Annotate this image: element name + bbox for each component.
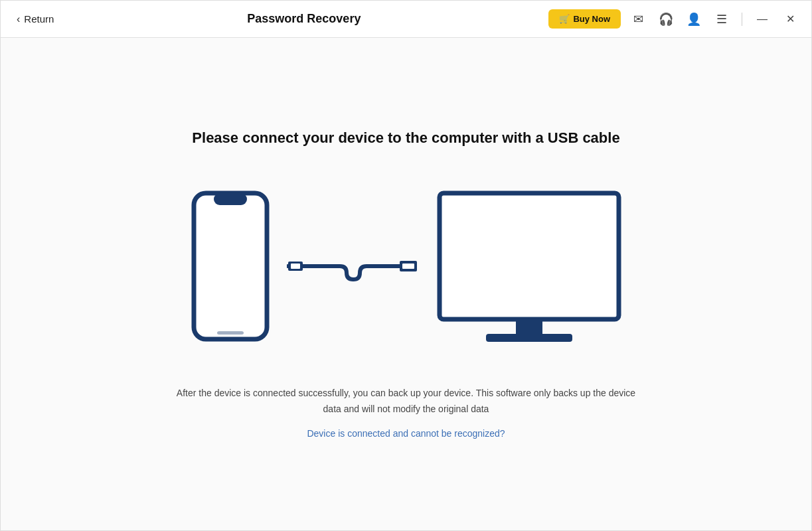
return-label: Return: [24, 13, 54, 25]
monitor-illustration: [433, 187, 625, 346]
svg-rect-4: [291, 264, 300, 269]
menu-icon-button[interactable]: ☰: [711, 9, 732, 30]
mail-icon: ✉: [633, 12, 643, 27]
cart-icon: 🛒: [559, 14, 570, 24]
svg-rect-1: [214, 193, 247, 205]
title-right-controls: 🛒 Buy Now ✉ 🎧 👤 ☰ — ✕: [548, 9, 801, 30]
instruction-title: Please connect your device to the comput…: [192, 129, 619, 147]
return-arrow-icon: ‹: [17, 13, 20, 25]
buy-now-button[interactable]: 🛒 Buy Now: [548, 9, 621, 29]
cannot-recognize-link[interactable]: Device is connected and cannot be recogn…: [307, 428, 505, 439]
buy-now-label: Buy Now: [573, 14, 610, 24]
app-title: Password Recovery: [247, 12, 361, 26]
close-button[interactable]: ✕: [779, 9, 801, 30]
title-center: Password Recovery: [59, 12, 548, 26]
minimize-button[interactable]: —: [752, 9, 773, 30]
headset-icon-button[interactable]: 🎧: [655, 9, 677, 30]
svg-rect-0: [194, 193, 267, 339]
mail-icon-button[interactable]: ✉: [627, 9, 649, 30]
cable-svg: [287, 240, 420, 293]
user-icon-button[interactable]: 👤: [683, 9, 704, 30]
app-window: ‹ Return Password Recovery 🛒 Buy Now ✉ 🎧…: [0, 0, 812, 531]
svg-rect-8: [440, 193, 619, 319]
svg-rect-9: [516, 319, 542, 334]
phone-svg: [187, 187, 274, 346]
headset-icon: 🎧: [659, 12, 673, 27]
return-button[interactable]: ‹ Return: [11, 11, 59, 28]
svg-rect-7: [287, 264, 291, 268]
monitor-svg: [433, 187, 625, 346]
user-icon: 👤: [687, 12, 701, 27]
cable-illustration: [287, 240, 420, 293]
phone-illustration: [187, 187, 274, 346]
minimize-icon: —: [757, 13, 768, 25]
separator: [742, 13, 742, 26]
title-bar: ‹ Return Password Recovery 🛒 Buy Now ✉ 🎧…: [1, 1, 811, 38]
description-text: After the device is connected successful…: [174, 386, 639, 417]
main-content: Please connect your device to the comput…: [1, 38, 811, 530]
svg-rect-6: [402, 264, 414, 269]
svg-rect-2: [217, 331, 244, 335]
illustration-area: [187, 187, 625, 346]
close-icon: ✕: [786, 13, 795, 25]
menu-icon: ☰: [716, 12, 727, 27]
svg-rect-10: [486, 334, 572, 342]
